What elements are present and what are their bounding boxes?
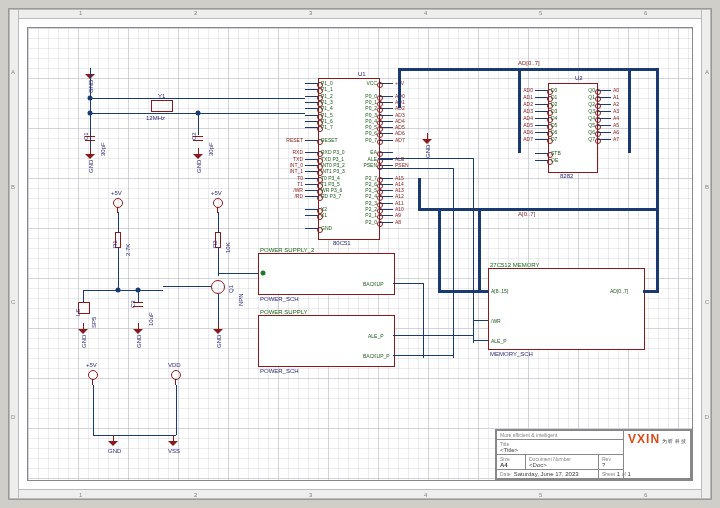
row-A: A bbox=[11, 69, 15, 75]
pin bbox=[535, 90, 549, 91]
pin bbox=[305, 140, 319, 141]
pin bbox=[379, 140, 393, 141]
bus-ad bbox=[398, 68, 658, 71]
block-memory bbox=[488, 268, 645, 350]
pin bbox=[305, 228, 319, 229]
schematic-sheet: A B C D A B C D 1 2 3 4 5 6 1 2 3 4 5 6 … bbox=[8, 8, 712, 500]
title-field: <Title> bbox=[500, 447, 518, 453]
pin bbox=[305, 108, 319, 109]
brand-logo: VXIN bbox=[628, 432, 660, 446]
pin bbox=[379, 108, 393, 109]
pin bbox=[379, 209, 393, 210]
pin bbox=[305, 178, 319, 179]
row-B: B bbox=[11, 184, 15, 190]
pin bbox=[305, 171, 319, 172]
pin bbox=[305, 96, 319, 97]
ic-u2: D0AD0D1AD1D2AD2D3AD3D4AD4D5AD5D6AD6D7AD7… bbox=[548, 83, 598, 173]
pin bbox=[535, 104, 549, 105]
doc-field: <Doc> bbox=[529, 462, 547, 468]
pin bbox=[379, 127, 393, 128]
pin bbox=[597, 139, 611, 140]
pin bbox=[305, 121, 319, 122]
pin bbox=[379, 184, 393, 185]
block-power-2 bbox=[258, 253, 395, 295]
pin bbox=[535, 125, 549, 126]
pin bbox=[535, 118, 549, 119]
u2-name: 8282 bbox=[560, 173, 573, 179]
drawing-area: P1_0P1_1P1_2P1_3P1_4P1_5P1_6P1_7RESETRES… bbox=[27, 27, 693, 481]
pin bbox=[379, 178, 393, 179]
ic-u1: P1_0P1_1P1_2P1_3P1_4P1_5P1_6P1_7RESETRES… bbox=[318, 78, 380, 240]
pin bbox=[379, 102, 393, 103]
pin bbox=[379, 203, 393, 204]
power-icon bbox=[213, 198, 223, 208]
pin bbox=[597, 132, 611, 133]
pin bbox=[379, 190, 393, 191]
bus-label-a: A[0..7] bbox=[518, 211, 535, 217]
pin bbox=[305, 190, 319, 191]
pin bbox=[305, 89, 319, 90]
pin bbox=[379, 121, 393, 122]
pin bbox=[597, 125, 611, 126]
title-block: More efficient & intelligent VXIN 为 昕 科 … bbox=[495, 429, 692, 480]
pin bbox=[305, 115, 319, 116]
power-icon bbox=[113, 198, 123, 208]
pin bbox=[535, 153, 549, 154]
rev-field: ? bbox=[602, 462, 605, 468]
pin bbox=[305, 209, 319, 210]
u2-ref: U2 bbox=[575, 75, 583, 81]
bus-label-ad: AD[0..7] bbox=[518, 60, 540, 66]
pin bbox=[305, 215, 319, 216]
pin bbox=[379, 133, 393, 134]
pin bbox=[305, 184, 319, 185]
crystal bbox=[151, 100, 173, 112]
pin bbox=[379, 215, 393, 216]
pin bbox=[305, 152, 319, 153]
pin bbox=[597, 97, 611, 98]
transistor-q1 bbox=[211, 280, 225, 294]
pin bbox=[597, 118, 611, 119]
u1-ref: U1 bbox=[358, 71, 366, 77]
pin bbox=[305, 127, 319, 128]
pin bbox=[597, 90, 611, 91]
pin bbox=[379, 83, 393, 84]
pin bbox=[379, 115, 393, 116]
pin bbox=[535, 132, 549, 133]
pin bbox=[535, 160, 549, 161]
block-power bbox=[258, 315, 395, 367]
pin bbox=[535, 111, 549, 112]
pin bbox=[379, 96, 393, 97]
pin bbox=[379, 152, 393, 153]
u1-name: 80C51 bbox=[333, 240, 351, 246]
crystal-ref: Y1 bbox=[158, 93, 165, 99]
pin bbox=[305, 196, 319, 197]
pin bbox=[379, 165, 393, 166]
pin bbox=[535, 139, 549, 140]
pin bbox=[379, 196, 393, 197]
date-field: Saturday, June 17, 2023 bbox=[514, 471, 579, 477]
pin bbox=[535, 97, 549, 98]
pin bbox=[597, 104, 611, 105]
pin bbox=[305, 165, 319, 166]
pin bbox=[379, 222, 393, 223]
pin bbox=[305, 102, 319, 103]
crystal-val: 12MHz bbox=[146, 115, 165, 121]
row-D: D bbox=[11, 414, 15, 420]
size-field: A4 bbox=[500, 462, 508, 468]
pin bbox=[305, 159, 319, 160]
pin bbox=[597, 111, 611, 112]
pin bbox=[305, 83, 319, 84]
row-C: C bbox=[11, 299, 15, 305]
